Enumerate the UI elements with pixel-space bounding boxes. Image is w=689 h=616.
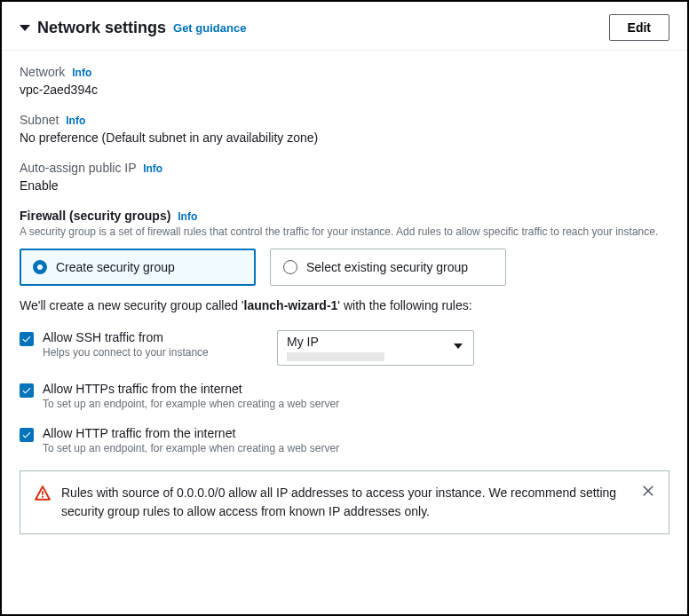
- security-warning-alert: Rules with source of 0.0.0.0/0 allow all…: [20, 470, 669, 534]
- allow-ssh-checkbox[interactable]: [20, 332, 34, 346]
- firewall-field: Firewall (security groups) Info A securi…: [20, 209, 669, 286]
- allow-https-desc: To set up an endpoint, for example when …: [43, 398, 669, 410]
- network-settings-panel: Network settings Get guidance Edit Netwo…: [0, 0, 689, 616]
- subnet-value: No preference (Default subnet in any ava…: [20, 130, 669, 145]
- alert-text: Rules with source of 0.0.0.0/0 allow all…: [61, 484, 631, 521]
- auto-ip-info-link[interactable]: Info: [143, 162, 162, 175]
- check-icon: [21, 334, 32, 344]
- sg-msg-name: launch-wizard-1: [244, 298, 338, 312]
- network-field: Network Info vpc-2aed394c: [20, 65, 669, 97]
- ssh-source-dropdown[interactable]: My IP: [277, 330, 474, 366]
- allow-https-row: Allow HTTPs traffic from the internet To…: [20, 382, 669, 410]
- allow-ssh-desc: Helps you connect to your instance: [43, 346, 268, 359]
- network-label: Network Info: [20, 65, 669, 79]
- sg-msg-suffix: ' with the following rules:: [337, 298, 471, 312]
- svg-rect-1: [42, 496, 44, 498]
- auto-ip-label-text: Auto-assign public IP: [20, 161, 136, 175]
- network-label-text: Network: [20, 65, 65, 79]
- network-value: vpc-2aed394c: [20, 83, 669, 97]
- get-guidance-link[interactable]: Get guidance: [173, 21, 246, 35]
- chevron-down-icon: [454, 344, 463, 349]
- firewall-info-link[interactable]: Info: [178, 210, 197, 223]
- subnet-field: Subnet Info No preference (Default subne…: [20, 113, 669, 145]
- network-info-link[interactable]: Info: [72, 67, 91, 79]
- close-icon: [642, 485, 654, 497]
- warning-icon: [35, 486, 51, 504]
- ssh-text-block: Allow SSH traffic from Helps you connect…: [43, 330, 268, 359]
- check-icon: [21, 430, 32, 440]
- allow-https-label: Allow HTTPs traffic from the internet: [43, 382, 669, 396]
- edit-button[interactable]: Edit: [609, 14, 669, 41]
- subnet-label: Subnet Info: [20, 113, 669, 127]
- firewall-options: Create security group Select existing se…: [20, 249, 669, 286]
- select-sg-label: Select existing security group: [306, 260, 468, 274]
- allow-ssh-row: Allow SSH traffic from Helps you connect…: [20, 330, 669, 366]
- allow-ssh-label: Allow SSH traffic from: [43, 330, 268, 344]
- subnet-info-link[interactable]: Info: [66, 115, 85, 127]
- panel-header: Network settings Get guidance Edit: [2, 2, 687, 51]
- allow-http-desc: To set up an endpoint, for example when …: [43, 442, 669, 454]
- allow-http-label: Allow HTTP traffic from the internet: [43, 426, 669, 440]
- select-existing-security-group-option[interactable]: Select existing security group: [270, 249, 506, 286]
- auto-ip-field: Auto-assign public IP Info Enable: [20, 161, 669, 193]
- collapse-caret-icon[interactable]: [20, 25, 30, 31]
- auto-ip-value: Enable: [20, 178, 669, 193]
- create-sg-label: Create security group: [56, 260, 175, 274]
- http-text-block: Allow HTTP traffic from the internet To …: [43, 426, 669, 454]
- panel-title: Network settings: [37, 19, 166, 37]
- firewall-label: Firewall (security groups) Info: [20, 209, 669, 223]
- alert-close-button[interactable]: [642, 484, 654, 500]
- allow-https-checkbox[interactable]: [20, 383, 34, 398]
- sg-create-message: We'll create a new security group called…: [20, 298, 669, 312]
- radio-unchecked-icon: [283, 260, 297, 274]
- check-icon: [21, 385, 32, 396]
- auto-ip-label: Auto-assign public IP Info: [20, 161, 669, 175]
- firewall-desc: A security group is a set of firewall ru…: [20, 225, 669, 240]
- https-text-block: Allow HTTPs traffic from the internet To…: [43, 382, 669, 410]
- ssh-left-block: Allow SSH traffic from Helps you connect…: [20, 330, 268, 359]
- ssh-dropdown-value: My IP: [287, 335, 319, 349]
- allow-http-checkbox[interactable]: [20, 428, 34, 442]
- sg-msg-prefix: We'll create a new security group called…: [20, 298, 244, 312]
- ssh-ip-placeholder: [287, 352, 384, 361]
- panel-content: Network Info vpc-2aed394c Subnet Info No…: [2, 51, 687, 552]
- subnet-label-text: Subnet: [20, 113, 59, 127]
- header-left: Network settings Get guidance: [20, 19, 246, 37]
- radio-checked-icon: [33, 260, 47, 274]
- create-security-group-option[interactable]: Create security group: [20, 249, 256, 286]
- firewall-label-text: Firewall (security groups): [20, 209, 170, 223]
- allow-http-row: Allow HTTP traffic from the internet To …: [20, 426, 669, 454]
- svg-rect-0: [42, 491, 44, 495]
